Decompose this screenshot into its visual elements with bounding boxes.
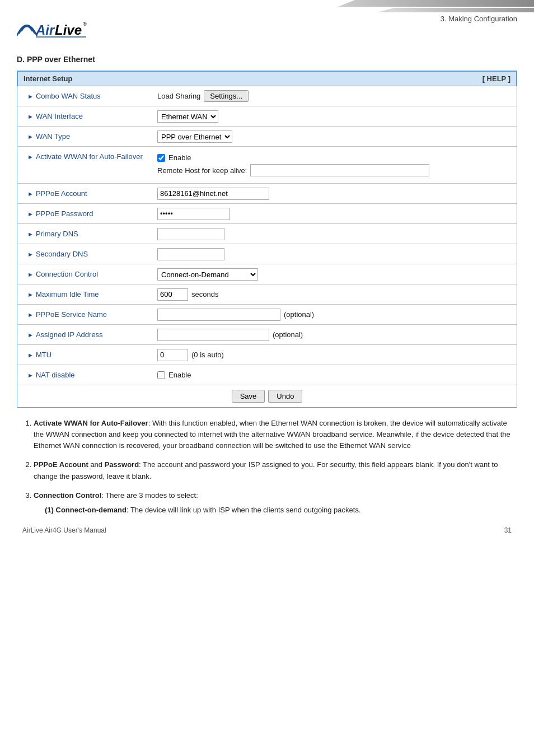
wan-type-select[interactable]: PPP over Ethernet xyxy=(157,130,232,143)
desc-2-bold2: Password xyxy=(105,460,139,469)
undo-button[interactable]: Undo xyxy=(268,390,302,403)
content-combo-wan-status: Load Sharing Settings... xyxy=(152,87,517,105)
desc-3-sub-1-bold: (1) Connect-on-demand xyxy=(45,506,127,514)
load-sharing-label: Load Sharing xyxy=(157,92,200,100)
row-primary-dns: ► Primary DNS xyxy=(17,224,517,244)
desc-1-bold: Activate WWAN for Auto-Failover xyxy=(34,419,148,427)
arrow-icon: ► xyxy=(27,291,34,298)
enable-label: Enable xyxy=(168,153,191,162)
arrow-icon: ► xyxy=(27,211,34,217)
mtu-note: (0 is auto) xyxy=(191,351,224,359)
desc-3-sub-1-text: : The device will link up with ISP when … xyxy=(127,506,361,514)
content-wan-interface: Ethernet WAN xyxy=(152,107,517,126)
pppoe-password-input[interactable] xyxy=(157,208,230,220)
desc-item-2: PPPoE Account and Password: The account … xyxy=(34,459,517,482)
label-max-idle-time: ► Maximum Idle Time xyxy=(17,287,152,302)
label-connection-control: ► Connection Control xyxy=(17,267,152,282)
mtu-input[interactable] xyxy=(157,349,188,361)
primary-dns-input[interactable] xyxy=(157,228,224,240)
max-idle-time-input[interactable] xyxy=(157,288,188,301)
label-assigned-ip: ► Assigned IP Address xyxy=(17,327,152,342)
settings-button[interactable]: Settings... xyxy=(204,90,249,102)
pppoe-service-name-input[interactable] xyxy=(157,309,280,321)
remote-host-input[interactable] xyxy=(250,164,429,176)
arrow-icon: ► xyxy=(27,190,34,197)
arrow-icon: ► xyxy=(27,352,34,358)
arrow-icon: ► xyxy=(27,93,34,100)
label-combo-wan-status: ► Combo WAN Status xyxy=(17,88,152,104)
desc-3-text: : There are 3 modes to select: xyxy=(101,491,198,500)
desc-3-sublist: (1) Connect-on-demand: The device will l… xyxy=(34,505,517,516)
wan-interface-select[interactable]: Ethernet WAN xyxy=(157,110,218,123)
label-pppoe-password: ► PPPoE Password xyxy=(17,206,152,221)
label-secondary-dns: ► Secondary DNS xyxy=(17,246,152,262)
svg-text:Air: Air xyxy=(35,22,55,38)
desc-3-bold: Connection Control xyxy=(34,491,101,500)
content-pppoe-service-name: (optional) xyxy=(152,305,517,324)
arrow-icon: ► xyxy=(27,332,34,338)
content-pppoe-account xyxy=(152,184,517,203)
label-primary-dns: ► Primary DNS xyxy=(17,226,152,241)
desc-2-bold1: PPPoE Account xyxy=(34,460,88,469)
content-assigned-ip: (optional) xyxy=(152,325,517,344)
arrow-icon: ► xyxy=(27,372,34,379)
content-connection-control: Connect-on-Demand xyxy=(152,265,517,284)
row-wan-interface: ► WAN Interface Ethernet WAN xyxy=(17,106,517,127)
content-secondary-dns xyxy=(152,245,517,264)
desc-2-middle: and xyxy=(88,460,105,469)
internet-setup-title: Internet Setup xyxy=(24,74,72,83)
nat-disable-checkbox[interactable] xyxy=(157,371,165,379)
label-wan-type: ► WAN Type xyxy=(17,129,152,144)
svg-text:Live: Live xyxy=(55,22,82,38)
row-max-idle-time: ► Maximum Idle Time seconds xyxy=(17,284,517,305)
arrow-icon: ► xyxy=(27,251,34,258)
help-link[interactable]: [ HELP ] xyxy=(483,74,510,83)
content-max-idle-time: seconds xyxy=(152,285,517,304)
airlive-logo-svg: Air Live ® xyxy=(17,10,90,44)
desc-item-1: Activate WWAN for Auto-Failover: With th… xyxy=(34,418,517,451)
footer-left: AirLive Air4G User's Manual xyxy=(22,526,106,534)
save-button[interactable]: Save xyxy=(232,390,265,403)
desc-item-3: Connection Control: There are 3 modes to… xyxy=(34,490,517,516)
section-heading: D. PPP over Ethernet xyxy=(17,55,517,64)
seconds-label: seconds xyxy=(191,290,218,298)
assigned-ip-input[interactable] xyxy=(157,329,269,341)
content-activate-wwan: Enable Remote Host for keep alive: xyxy=(152,150,517,180)
label-nat-disable: ► NAT disable xyxy=(17,367,152,382)
activate-wwan-checkbox[interactable] xyxy=(157,154,165,162)
arrow-icon: ► xyxy=(27,231,34,237)
pppoe-account-input[interactable] xyxy=(157,188,269,200)
description-section: Activate WWAN for Auto-Failover: With th… xyxy=(17,418,517,515)
content-wan-type: PPP over Ethernet xyxy=(152,127,517,146)
footer-page-number: 31 xyxy=(504,526,512,534)
row-pppoe-service-name: ► PPPoE Service Name (optional) xyxy=(17,305,517,325)
optional-label: (optional) xyxy=(273,330,303,339)
row-nat-disable: ► NAT disable Enable xyxy=(17,365,517,385)
arrow-icon: ► xyxy=(27,153,34,160)
connection-control-select[interactable]: Connect-on-Demand xyxy=(157,268,258,281)
content-pppoe-password xyxy=(152,204,517,223)
label-wan-interface: ► WAN Interface xyxy=(17,109,152,124)
optional-label: (optional) xyxy=(284,310,314,319)
arrow-icon: ► xyxy=(27,133,34,140)
internet-setup-header: Internet Setup [ HELP ] xyxy=(17,71,517,86)
label-activate-wwan: ► Activate WWAN for Auto-Failover xyxy=(17,150,152,164)
remote-host-row: Remote Host for keep alive: xyxy=(157,164,429,176)
content-nat-disable: Enable xyxy=(152,367,517,382)
svg-text:®: ® xyxy=(83,21,87,27)
label-mtu: ► MTU xyxy=(17,347,152,362)
row-pppoe-account: ► PPPoE Account xyxy=(17,184,517,204)
arrow-icon: ► xyxy=(27,271,34,278)
remote-host-label: Remote Host for keep alive: xyxy=(157,166,247,175)
desc-3-sub-1: (1) Connect-on-demand: The device will l… xyxy=(45,505,517,516)
form-button-row: Save Undo xyxy=(17,385,517,407)
label-pppoe-account: ► PPPoE Account xyxy=(17,186,152,201)
page-footer: AirLive Air4G User's Manual 31 xyxy=(17,526,517,534)
secondary-dns-input[interactable] xyxy=(157,248,224,260)
label-pppoe-service-name: ► PPPoE Service Name xyxy=(17,307,152,322)
row-assigned-ip: ► Assigned IP Address (optional) xyxy=(17,325,517,345)
row-combo-wan-status: ► Combo WAN Status Load Sharing Settings… xyxy=(17,86,517,106)
row-secondary-dns: ► Secondary DNS xyxy=(17,244,517,264)
row-wan-type: ► WAN Type PPP over Ethernet xyxy=(17,127,517,147)
internet-setup-panel: Internet Setup [ HELP ] ► Combo WAN Stat… xyxy=(17,71,517,408)
